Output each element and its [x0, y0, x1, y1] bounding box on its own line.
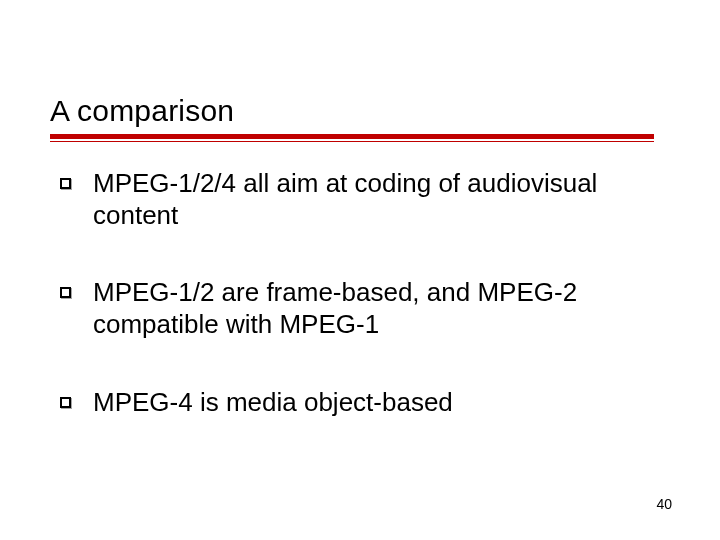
bullet-text: MPEG-4 is media object-based — [93, 387, 453, 419]
square-bullet-icon — [60, 287, 71, 298]
title-underline — [50, 134, 654, 142]
slide-title: A comparison — [50, 94, 670, 128]
slide-body: MPEG-1/2/4 all aim at coding of audiovis… — [60, 168, 660, 465]
square-bullet-icon — [60, 178, 71, 189]
title-block: A comparison — [50, 94, 670, 142]
list-item: MPEG-1/2/4 all aim at coding of audiovis… — [60, 168, 660, 231]
bullet-text: MPEG-1/2 are frame-based, and MPEG-2 com… — [93, 277, 660, 340]
page-number: 40 — [656, 496, 672, 512]
slide: A comparison MPEG-1/2/4 all aim at codin… — [0, 0, 720, 540]
list-item: MPEG-1/2 are frame-based, and MPEG-2 com… — [60, 277, 660, 340]
square-bullet-icon — [60, 397, 71, 408]
bullet-text: MPEG-1/2/4 all aim at coding of audiovis… — [93, 168, 660, 231]
list-item: MPEG-4 is media object-based — [60, 387, 660, 419]
